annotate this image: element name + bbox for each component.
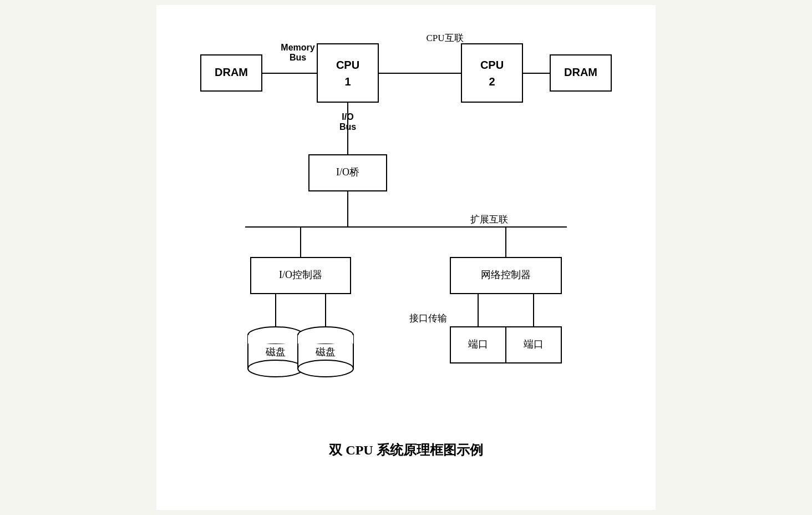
disk2-bottom [298,360,353,377]
interface-transfer-label: 接口传输 [409,313,447,324]
disk1-bottom [248,360,303,377]
dram1-label: DRAM [215,66,248,78]
cpu1-label1: CPU [336,59,359,71]
memory-bus-label2: Bus [290,53,306,62]
cpu2-label2: 2 [489,75,495,88]
dram2-label: DRAM [564,66,597,78]
netcontroller-label: 网络控制器 [481,269,531,280]
disk1-cover [248,335,303,344]
disk1-label: 磁盘 [265,346,286,357]
cpu2-label1: CPU [480,59,504,71]
expansion-interconnect-label: 扩展互联 [470,214,508,225]
disk2-label: 磁盘 [315,346,336,357]
memory-bus-label: Memory [281,43,314,52]
disk2-cover [298,335,353,344]
iocontroller-label: I/O控制器 [279,269,322,280]
port2-label: 端口 [524,339,544,350]
diagram-container: CPU1 -- CPU互联 --> CPU2 -- DRAM2 ===== --… [156,5,656,510]
iobridge-label: I/O桥 [336,166,359,178]
port1-label: 端口 [468,339,488,350]
cpu2-box [461,44,522,102]
cpu-interconnect-label: CPU互联 [426,33,463,43]
cpu1-box [317,44,378,102]
diagram-caption: 双 CPU 系统原理框图示例 [328,442,483,457]
cpu1-label2: 1 [344,75,351,88]
